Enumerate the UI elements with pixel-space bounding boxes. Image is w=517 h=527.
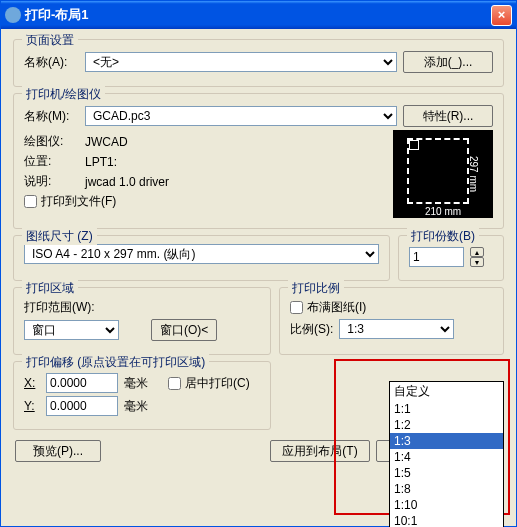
location-value: LPT1: [85,155,117,169]
copies-legend: 打印份数(B) [407,228,479,245]
page-name-label: 名称(A): [24,54,79,71]
center-print-label: 居中打印(C) [185,375,250,392]
paper-size-select[interactable]: ISO A4 - 210 x 297 mm. (纵向) [24,244,379,264]
ratio-label: 比例(S): [290,321,333,338]
paper-size-legend: 图纸尺寸 (Z) [22,228,97,245]
ratio-option[interactable]: 10:1 [390,513,503,527]
print-to-file-checkbox[interactable] [24,195,37,208]
fit-to-paper-label: 布满图纸(I) [307,299,366,316]
offset-x-label: X: [24,376,40,390]
print-offset-group: 打印偏移 (原点设置在可打印区域) X: 毫米 居中打印(C) Y: 毫米 [13,361,271,430]
ratio-option[interactable]: 1:10 [390,497,503,513]
ratio-option[interactable]: 1:5 [390,465,503,481]
ratio-option[interactable]: 1:3 [390,433,503,449]
ratio-option[interactable]: 1:1 [390,401,503,417]
printer-name-label: 名称(M): [24,108,79,125]
desc-label: 说明: [24,173,79,190]
ratio-select[interactable]: 1:3 [339,319,454,339]
preview-button[interactable]: 预览(P)... [15,440,101,462]
window-title: 打印-布局1 [25,6,491,24]
offset-x-unit: 毫米 [124,375,148,392]
print-offset-legend: 打印偏移 (原点设置在可打印区域) [22,354,209,371]
ratio-option[interactable]: 1:2 [390,417,503,433]
plotter-label: 绘图仪: [24,133,79,150]
offset-y-unit: 毫米 [124,398,148,415]
scope-label: 打印范围(W): [24,299,95,316]
preview-width-label: 210 mm [393,206,493,217]
preview-height-label: 297 mm [467,156,478,192]
paper-size-group: 图纸尺寸 (Z) ISO A4 - 210 x 297 mm. (纵向) [13,235,390,281]
ratio-dropdown-list[interactable]: 自定义1:11:21:31:41:51:81:1010:125:1 [389,381,504,527]
close-button[interactable]: × [491,5,512,26]
print-area-group: 打印区域 打印范围(W): 窗口 窗口(O)< [13,287,271,355]
offset-y-label: Y: [24,399,40,413]
scope-select[interactable]: 窗口 [24,320,119,340]
page-setup-legend: 页面设置 [22,32,78,49]
location-label: 位置: [24,153,79,170]
page-setup-group: 页面设置 名称(A): <无> 添加(_)... [13,39,504,87]
app-icon [5,7,21,23]
printer-group: 打印机/绘图仪 名称(M): GCAD.pc3 特性(R)... 绘图仪:JWC… [13,93,504,229]
desc-value: jwcad 1.0 driver [85,175,169,189]
copies-input[interactable] [409,247,464,267]
print-dialog: 打印-布局1 × 页面设置 名称(A): <无> 添加(_)... 打印机/绘图… [0,0,517,527]
copies-up-button[interactable]: ▲ [470,247,484,257]
ratio-option[interactable]: 自定义 [390,382,503,401]
print-scale-legend: 打印比例 [288,280,344,297]
ratio-option[interactable]: 1:8 [390,481,503,497]
print-to-file-label: 打印到文件(F) [41,193,116,210]
printer-props-button[interactable]: 特性(R)... [403,105,493,127]
printer-legend: 打印机/绘图仪 [22,86,105,103]
offset-x-input[interactable] [46,373,118,393]
center-print-checkbox[interactable] [168,377,181,390]
print-scale-group: 打印比例 布满图纸(I) 比例(S): 1:3 [279,287,504,355]
add-page-setup-button[interactable]: 添加(_)... [403,51,493,73]
page-name-select[interactable]: <无> [85,52,397,72]
window-pick-button[interactable]: 窗口(O)< [151,319,217,341]
copies-down-button[interactable]: ▼ [470,257,484,267]
fit-to-paper-checkbox[interactable] [290,301,303,314]
apply-layout-button[interactable]: 应用到布局(T) [270,440,370,462]
titlebar[interactable]: 打印-布局1 × [1,1,516,29]
plotter-value: JWCAD [85,135,128,149]
print-area-legend: 打印区域 [22,280,78,297]
printer-name-select[interactable]: GCAD.pc3 [85,106,397,126]
paper-preview: 210 mm 297 mm [393,130,493,218]
copies-group: 打印份数(B) ▲ ▼ [398,235,504,281]
offset-y-input[interactable] [46,396,118,416]
ratio-option[interactable]: 1:4 [390,449,503,465]
